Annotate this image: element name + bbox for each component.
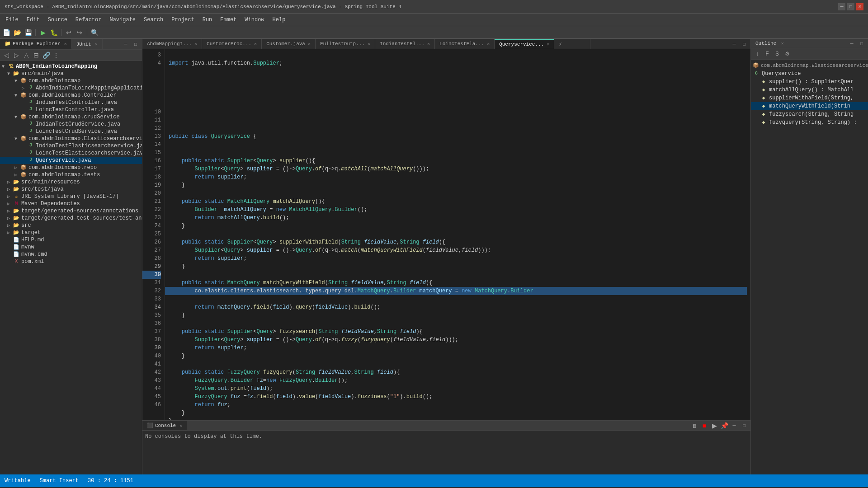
tree-mvnw[interactable]: 📄 mvnw — [0, 244, 142, 251]
tree-help[interactable]: 📄 HELP.md — [0, 236, 142, 244]
tab-loinc-test[interactable]: LoincTestEla... ✕ — [435, 39, 495, 49]
tree-project-root[interactable]: ▼ 🏗 ABDM_IndianToLoincMapping — [0, 63, 142, 70]
menu-search[interactable]: Search — [140, 16, 167, 24]
redo-button[interactable]: ↪ — [75, 28, 84, 37]
tree-indian-controller[interactable]: J IndianTestController.java — [0, 99, 142, 106]
tree-loinc-controller[interactable]: J LoincTestController.java — [0, 106, 142, 113]
menu-run[interactable]: Run — [199, 16, 216, 24]
outline-method-fuzzy[interactable]: ◆ fuzzysearch(String, String — [751, 110, 868, 118]
tab-close[interactable]: ✕ — [254, 41, 257, 47]
console-min-btn[interactable]: ─ — [730, 421, 739, 430]
tree-maven-deps[interactable]: ▷ M Maven Dependencies — [0, 200, 142, 207]
tab-full-test[interactable]: FullTestOutp... ✕ — [316, 39, 375, 49]
outline-method-matchquery[interactable]: ◆ matchQueryWithField(Strin — [751, 102, 868, 110]
tab-console[interactable]: ⬛ Console ✕ — [142, 421, 187, 430]
menu-emmet[interactable]: Emmet — [217, 16, 240, 24]
tab-close[interactable]: ✕ — [194, 41, 197, 47]
hide-static-btn[interactable]: S — [773, 49, 782, 58]
tree-pom[interactable]: X pom.xml — [0, 258, 142, 265]
console-max-btn[interactable]: □ — [740, 421, 749, 430]
tree-src[interactable]: ▷ 📂 src — [0, 222, 142, 229]
outline-max-btn[interactable]: □ — [857, 39, 866, 48]
run-last-btn[interactable]: ▶ — [710, 421, 719, 430]
tree-jre[interactable]: ▷ ☕ JRE System Library [JavaSE-17] — [0, 193, 142, 200]
outline-min-btn[interactable]: ─ — [847, 39, 856, 48]
tree-pkg-tests[interactable]: ▷ 📦 com.abdmloincmap.tests — [0, 171, 142, 178]
open-button[interactable]: 📂 — [13, 28, 22, 37]
collapse-all-btn[interactable]: ⊟ — [32, 51, 41, 60]
tree-pkg-abdmloincmap[interactable]: ▼ 📦 com.abdmloincmap — [0, 77, 142, 84]
outline-method-fuzyquery[interactable]: ◆ fuzyquery(String, String) : — [751, 118, 868, 127]
editor-min-btn[interactable]: ─ — [730, 39, 739, 48]
tree-pkg-repo[interactable]: ▷ 📦 com.abdmloincmap.repo — [0, 164, 142, 171]
outline-close[interactable]: ✕ — [781, 41, 784, 46]
editor-max-btn[interactable]: □ — [740, 39, 749, 48]
tree-target[interactable]: ▷ 📂 target — [0, 229, 142, 236]
tab-package-explorer[interactable]: 📁 Package Explorer ✕ — [0, 39, 72, 49]
maximize-button[interactable]: □ — [847, 3, 854, 10]
tree-loinc-es[interactable]: J LoincTestElasticsearchservice.java — [0, 150, 142, 157]
terminate-btn[interactable]: ■ — [700, 421, 709, 430]
sort-outline-btn[interactable]: ↕ — [753, 49, 762, 58]
tab-abdm-mapping[interactable]: AbdmMappingI... ✕ — [142, 39, 202, 49]
menu-source[interactable]: Source — [44, 16, 71, 24]
outline-class[interactable]: C Queryservice — [751, 70, 868, 78]
forward-nav-btn[interactable]: ▷ — [12, 51, 21, 60]
menu-navigate[interactable]: Navigate — [106, 16, 139, 24]
close-button[interactable]: ✕ — [856, 3, 863, 10]
tree-pkg-elasticsearch[interactable]: ▼ 📦 com.abdmloincmap.Elasticsearchservic… — [0, 135, 142, 142]
tree-src-main[interactable]: ▼ 📂 src/main/java — [0, 70, 142, 77]
pin-console-btn[interactable]: 📌 — [720, 421, 729, 430]
back-nav-btn[interactable]: ◁ — [2, 51, 11, 60]
tab-indian-test[interactable]: IndianTestEl... ✕ — [375, 39, 435, 49]
tree-src-test[interactable]: ▷ 📂 src/test/java — [0, 186, 142, 193]
menu-window[interactable]: Window — [241, 16, 268, 24]
run-button[interactable]: ▶ — [38, 28, 47, 37]
outline-root[interactable]: 📦 com.abdmloincmap.Elasticsearcservice — [751, 61, 868, 70]
undo-button[interactable]: ↩ — [64, 28, 73, 37]
junit-close[interactable]: ✕ — [95, 42, 98, 47]
hide-fields-btn[interactable]: F — [763, 49, 772, 58]
tree-target-gen[interactable]: ▷ 📂 target/generated-sources/annotations — [0, 207, 142, 215]
tree-mvnw-cmd[interactable]: 📄 mvnw.cmd — [0, 251, 142, 258]
code-editor[interactable]: import java.util.function.Supplier; publ… — [165, 49, 750, 420]
menu-help[interactable]: Help — [269, 16, 289, 24]
tab-customer-java[interactable]: Customer.java ✕ — [262, 39, 316, 49]
tree-app-java[interactable]: ▷ J AbdmIndianToLoincMappingApplication.… — [0, 84, 142, 92]
outline-method-matchall[interactable]: ◆ matchAllQuery() : MatchAll — [751, 86, 868, 94]
tab-close[interactable]: ✕ — [308, 41, 311, 47]
tab-customer-proc[interactable]: CustomerProc... ✕ — [202, 39, 262, 49]
outline-settings-btn[interactable]: ⚙ — [783, 49, 792, 58]
debug-button[interactable]: 🐛 — [49, 28, 58, 37]
tree-queryservice[interactable]: J Queryservice.java — [0, 157, 142, 164]
tree-target-test-gen[interactable]: ▷ 📂 target/generated-test-sources/test-a… — [0, 215, 142, 222]
tab-close[interactable]: ✕ — [487, 41, 490, 47]
menu-edit[interactable]: Edit — [23, 16, 43, 24]
link-editor-btn[interactable]: 🔗 — [42, 51, 51, 60]
maximize-left-btn[interactable]: □ — [131, 40, 140, 49]
save-button[interactable]: 💾 — [24, 28, 33, 37]
tab-close[interactable]: ✕ — [427, 41, 430, 47]
tree-src-resources[interactable]: ▷ 📂 src/main/resources — [0, 178, 142, 186]
tree-pkg-controller[interactable]: ▼ 📦 com.abdmloincmap.Controller — [0, 92, 142, 99]
menu-project[interactable]: Project — [168, 16, 198, 24]
tree-indian-es[interactable]: J IndianTestElasticsearchservice.java — [0, 142, 142, 150]
outline-method-supplier[interactable]: ◆ supplier() : Supplier<Quer — [751, 78, 868, 86]
tree-loinc-crud[interactable]: J LoincTestCrudService.java — [0, 128, 142, 135]
minimize-button[interactable]: ─ — [838, 3, 845, 10]
menu-file[interactable]: File — [2, 16, 22, 24]
tab-junit[interactable]: JUnit ✕ — [72, 39, 103, 49]
tree-indian-crud[interactable]: J IndianTestCrudService.java — [0, 121, 142, 128]
tab-queryservice[interactable]: Queryservice... ✕ — [495, 39, 554, 49]
search-toolbar-button[interactable]: 🔍 — [90, 28, 99, 37]
tab-close[interactable]: ✕ — [368, 41, 370, 47]
package-explorer-close[interactable]: ✕ — [64, 41, 67, 47]
tab-close[interactable]: ✕ — [547, 42, 549, 47]
new-button[interactable]: 📄 — [2, 28, 11, 37]
menu-refactor[interactable]: Refactor — [72, 16, 105, 24]
console-close[interactable]: ✕ — [179, 423, 182, 428]
up-nav-btn[interactable]: △ — [22, 51, 31, 60]
tab-extra[interactable]: ⚡ — [554, 39, 590, 49]
minimize-left-btn[interactable]: ─ — [121, 40, 130, 49]
outline-method-supplier-field[interactable]: ◆ supplierWithaField(String, — [751, 94, 868, 102]
